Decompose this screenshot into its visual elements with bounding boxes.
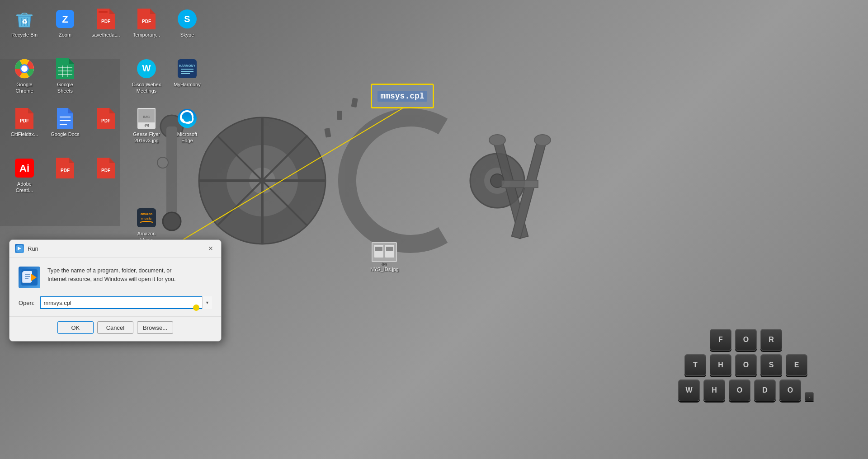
key-H1: H: [710, 354, 731, 376]
svg-point-1: [226, 145, 298, 217]
run-dialog-description: Type the name of a program, folder, docu…: [47, 267, 175, 284]
run-dialog: Run ✕ Type the name of a: [9, 239, 222, 342]
edge-icon-img: [176, 108, 198, 129]
desktop-icon-myharmony[interactable]: HARMONY MyHarmony: [167, 54, 207, 104]
sheets-label: GoogleSheets: [57, 81, 73, 94]
run-open-label: Open:: [19, 300, 34, 306]
desktop-icon-adobe[interactable]: Ai AdobeCreati...: [5, 154, 44, 203]
myharmony-icon-img: HARMONY: [176, 58, 198, 80]
key-T: T: [684, 354, 706, 376]
svg-line-6: [217, 136, 307, 226]
desktop-icon-pdf4[interactable]: PDF: [86, 154, 126, 203]
svg-rect-16: [351, 98, 358, 108]
svg-text:IMG: IMG: [143, 115, 150, 119]
svg-text:♻: ♻: [22, 18, 28, 25]
svg-marker-69: [109, 158, 115, 163]
svg-point-21: [534, 135, 551, 145]
desktop-icon-skype[interactable]: S Skype: [167, 5, 207, 54]
nys-ids-file[interactable]: .jpg NYS_IDs.jpg: [368, 239, 401, 274]
temporary-icon-img: PDF: [136, 8, 157, 30]
yellow-dot-annotation: [193, 304, 199, 311]
webex-label: Cisco WebexMeetings: [132, 81, 161, 94]
pdf2-icon-img: PDF: [95, 108, 117, 129]
key-O3: O: [729, 379, 750, 401]
svg-marker-39: [69, 58, 74, 64]
pdf4-icon-img: PDF: [95, 157, 117, 179]
svg-point-11: [470, 154, 524, 208]
desktop-icon-pdf3[interactable]: PDF: [45, 154, 85, 203]
desktop-icon-edge[interactable]: MicrosoftEdge: [167, 104, 207, 154]
pdf3-icon-img: PDF: [54, 157, 76, 179]
svg-rect-15: [337, 111, 342, 120]
run-description-line1: Type the name of a program, folder, docu…: [47, 267, 171, 274]
desktop-icon-pdf2[interactable]: PDF: [86, 104, 126, 154]
svg-rect-14: [324, 128, 331, 138]
keyboard-row-3: W H O D O .: [678, 379, 814, 401]
key-S: S: [760, 354, 782, 376]
key-F: F: [710, 329, 731, 351]
svg-line-5: [217, 136, 307, 226]
desktop-icon-citifield[interactable]: PDF CitiFieldttx...: [5, 104, 44, 154]
svg-text:Z: Z: [62, 14, 68, 25]
svg-rect-49: [181, 69, 193, 70]
amazon-music-icon-img: amazon music: [136, 207, 157, 229]
zoom-label: Zoom: [59, 32, 71, 38]
savethedat-label: savethedat...: [92, 32, 120, 38]
nys-ids-icon: .jpg: [371, 241, 398, 266]
svg-point-38: [21, 66, 28, 72]
edge-label: MicrosoftEdge: [177, 131, 198, 144]
zoom-icon-img: Z: [54, 8, 76, 30]
svg-marker-58: [109, 108, 115, 113]
run-dialog-titlebar: Run ✕: [9, 240, 221, 258]
googledocs-icon-img: [54, 108, 76, 129]
svg-text:W: W: [142, 63, 151, 73]
webex-icon-img: W: [136, 58, 157, 80]
desktop-icon-zoom[interactable]: Z Zoom: [45, 5, 85, 54]
desktop-icon-googledocs[interactable]: Google Docs: [45, 104, 85, 154]
adobe-icon-img: Ai: [14, 157, 35, 179]
key-period: .: [805, 392, 814, 401]
svg-text:PDF: PDF: [101, 19, 110, 24]
desktop-icon-temporary[interactable]: PDF Temporary...: [127, 5, 166, 54]
skype-label: Skype: [180, 32, 194, 38]
adobe-label: AdobeCreati...: [16, 181, 33, 194]
svg-marker-52: [28, 108, 33, 113]
annotation-text: mmsys.cpl: [377, 91, 427, 102]
svg-rect-80: [375, 247, 382, 251]
run-dialog-title-text: Run: [28, 245, 38, 252]
desktop-icon-savethedat[interactable]: PDF savethedat...: [86, 5, 126, 54]
desktop-icon-recycle-bin[interactable]: ♻ Recycle Bin: [5, 5, 44, 54]
run-open-input[interactable]: [40, 296, 212, 309]
run-dialog-body: Type the name of a program, folder, docu…: [9, 258, 221, 293]
sheets-icon-img: [54, 58, 76, 80]
svg-text:S: S: [184, 14, 190, 24]
run-dialog-buttons: OK Cancel Browse...: [9, 316, 221, 341]
key-H2: H: [703, 379, 725, 401]
desktop-icon-webex[interactable]: W Cisco WebexMeetings: [127, 54, 166, 104]
myharmony-label: MyHarmony: [174, 81, 200, 88]
citifield-label: CitiFieldttx...: [11, 131, 38, 137]
svg-text:HARMONY: HARMONY: [179, 64, 195, 67]
svg-rect-81: [386, 247, 393, 251]
run-description-line2: Internet resource, and Windows will open…: [47, 276, 175, 282]
svg-rect-19: [502, 181, 538, 187]
keyboard-row-1: F O R: [678, 329, 814, 351]
nys-ids-label: NYS_IDs.jpg: [370, 266, 399, 272]
keyboard-row-2: T H O S E: [678, 354, 814, 376]
run-cancel-button[interactable]: Cancel: [97, 321, 133, 334]
run-dialog-close-button[interactable]: ✕: [206, 244, 216, 253]
citifield-icon-img: PDF: [14, 108, 35, 129]
desktop-icon-sheets[interactable]: GoogleSheets: [45, 54, 85, 104]
svg-point-20: [489, 135, 505, 145]
run-ok-button[interactable]: OK: [57, 321, 94, 334]
svg-point-13: [491, 174, 504, 187]
svg-marker-32: [150, 9, 156, 14]
desktop-icon-chrome[interactable]: GoogleChrome: [5, 54, 44, 104]
run-browse-button[interactable]: Browse...: [137, 321, 173, 334]
svg-point-2: [249, 167, 276, 194]
run-dropdown-button[interactable]: ▼: [202, 296, 212, 309]
keyboard-art: F O R T H O S E W H O D O .: [678, 329, 814, 405]
annotation-box: mmsys.cpl: [371, 84, 434, 108]
chrome-icon-img: [14, 58, 35, 80]
desktop-icon-geeseflyer[interactable]: IMG .jpg Geese Flyer2019v3.jpg: [127, 104, 166, 154]
